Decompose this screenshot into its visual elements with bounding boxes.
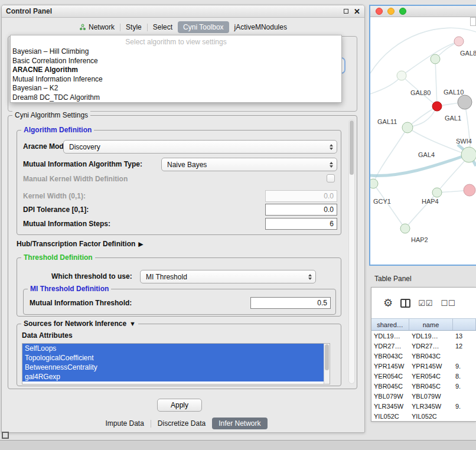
table-row[interactable]: YDL19…YDL19…13 <box>371 331 476 341</box>
tab-style[interactable]: Style <box>120 21 147 33</box>
network-graph: GAL8 GAL80 GAL10 GAL11 GAL1 SWI4 GAL4 GC… <box>370 17 476 266</box>
network-canvas[interactable]: GAL8 GAL80 GAL10 GAL11 GAL1 SWI4 GAL4 GC… <box>370 17 476 266</box>
sources-group: Sources for Network Inference▼ Data Attr… <box>17 324 341 386</box>
manual-kernel-checkbox[interactable] <box>327 174 335 182</box>
attribute-item-selected[interactable]: gal4RGexp <box>22 372 324 381</box>
bottom-tabs: Impute Data Discretize Data Infer Networ… <box>2 418 364 429</box>
attribute-list-scrollbar[interactable] <box>324 344 330 384</box>
kernel-width-input <box>265 190 337 202</box>
traffic-light-close-icon[interactable] <box>376 8 383 15</box>
network-node[interactable] <box>400 224 410 233</box>
settings-scrollbar-thumb[interactable] <box>350 120 354 175</box>
attribute-item-selected[interactable]: BetweennessCentrality <box>22 363 324 372</box>
tab-network[interactable]: Network <box>74 21 120 33</box>
dropdown-item-dream8[interactable]: Dream8 DC_TDC Algorithm <box>11 93 341 103</box>
tab-jactivemnodules[interactable]: jActiveMNodules <box>229 21 292 33</box>
aracne-mode-combo[interactable]: Discovery <box>63 140 337 154</box>
network-view-window: GAL8 GAL80 GAL10 GAL11 GAL1 SWI4 GAL4 GC… <box>369 5 476 266</box>
which-threshold-combo[interactable]: MI Threshold <box>140 270 316 283</box>
scrollbar-corner[interactable] <box>470 17 476 26</box>
mi-threshold-label: Mutual Information Threshold: <box>30 299 132 307</box>
tab-cyni-toolbox[interactable]: Cyni Toolbox <box>178 21 229 33</box>
dropdown-item-bayesian-k2[interactable]: Bayesian – K2 <box>11 84 341 93</box>
close-icon[interactable]: ✕ <box>354 8 360 15</box>
table-row[interactable]: YER054CYER054C8. <box>371 371 476 381</box>
node-label: HAP4 <box>422 198 439 205</box>
panel-dock-icon[interactable] <box>2 432 9 439</box>
table-row[interactable]: YIL052CYIL052C <box>371 411 476 421</box>
table-row[interactable]: YBL079WYBL079W <box>371 391 476 401</box>
network-node[interactable] <box>458 95 472 109</box>
column-header-extra[interactable] <box>453 319 476 330</box>
attribute-item-selected[interactable]: SelfLoops <box>22 344 324 353</box>
tab-label: jActiveMNodules <box>234 23 287 31</box>
tab-infer-network[interactable]: Infer Network <box>212 418 267 429</box>
network-node[interactable] <box>432 188 442 197</box>
table-row[interactable]: YLR345WYLR345W9. <box>371 401 476 411</box>
which-threshold-label: Which threshold to use: <box>51 272 132 281</box>
cyni-algorithm-settings-group: Cyni Algorithm Settings Algorithm Defini… <box>8 115 357 389</box>
network-node-red[interactable] <box>432 102 442 111</box>
network-node[interactable] <box>464 184 475 196</box>
network-node[interactable] <box>431 54 440 64</box>
network-node[interactable] <box>454 37 464 46</box>
tab-impute-data[interactable]: Impute Data <box>99 418 150 429</box>
unchecked-boxes-icon[interactable]: ☐☐ <box>441 299 455 308</box>
tab-label: Network <box>89 23 115 31</box>
collapse-caret-icon[interactable]: ▼ <box>129 320 136 327</box>
traffic-light-minimize-icon[interactable] <box>387 8 395 15</box>
sources-title-row[interactable]: Sources for Network Inference▼ <box>21 319 138 328</box>
algorithm-definition-group: Algorithm Definition Aracne Mode: Discov… <box>17 130 341 235</box>
columns-icon[interactable] <box>400 299 410 308</box>
node-label: SWI4 <box>456 138 472 145</box>
mi-algorithm-type-combo[interactable]: Naive Bayes <box>161 158 337 171</box>
mi-steps-input[interactable] <box>265 218 337 230</box>
dpi-tolerance-label: DPI Tolerance [0,1]: <box>23 206 89 214</box>
settings-scrollbar[interactable] <box>348 119 355 384</box>
table-row[interactable]: YPR145WYPR145W9. <box>371 361 476 371</box>
node-label: GAL80 <box>410 89 431 96</box>
network-node[interactable] <box>402 122 413 133</box>
tab-select[interactable]: Select <box>148 21 178 33</box>
tab-discretize-data[interactable]: Discretize Data <box>151 418 212 429</box>
manual-kernel-label: Manual Kernel Width Definition <box>23 175 128 183</box>
attribute-list: SelfLoops TopologicalCoefficient Between… <box>22 343 330 384</box>
combo-arrows-icon <box>308 270 312 283</box>
table-row[interactable]: YBR043CYBR043C <box>371 351 476 361</box>
dropdown-placeholder: Select algorithm to view settings <box>11 37 341 47</box>
table-row[interactable]: YDR27…YDR27…12 <box>371 341 476 351</box>
column-header-shared-name[interactable]: shared… <box>371 319 409 330</box>
expand-caret-icon[interactable]: ▶ <box>138 240 143 248</box>
network-window-titlebar[interactable] <box>370 6 476 17</box>
checked-boxes-icon[interactable]: ☑☑ <box>418 299 433 308</box>
dropdown-item-aracne[interactable]: ARACNE Algorithm <box>11 66 341 75</box>
mi-algorithm-type-value: Naive Bayes <box>167 161 207 169</box>
mi-threshold-definition-group: MI Threshold Definition Mutual Informati… <box>23 289 336 315</box>
gear-icon[interactable]: ⚙ <box>383 298 393 308</box>
network-node[interactable] <box>370 179 378 188</box>
traffic-light-zoom-icon[interactable] <box>399 8 406 15</box>
hub-tf-section-header[interactable]: Hub/Transcription Factor Definition ▶ <box>17 240 144 248</box>
dpi-tolerance-input[interactable] <box>265 204 337 216</box>
control-panel-titlebar[interactable]: Control Panel ✕ <box>2 5 364 18</box>
node-label: GAL11 <box>377 118 397 125</box>
bottom-status-bar <box>0 440 476 450</box>
mi-threshold-input[interactable] <box>250 297 331 309</box>
network-tab-icon <box>79 24 86 31</box>
apply-button[interactable]: Apply <box>157 399 202 412</box>
attribute-list-scrollbar-thumb[interactable] <box>325 344 329 370</box>
table-row[interactable]: YBR045CYBR045C9. <box>371 381 476 391</box>
dropdown-item-bayesian-hill-climbing[interactable]: Bayesian – Hill Climbing <box>11 47 341 57</box>
attribute-item-selected[interactable]: TopologicalCoefficient <box>22 353 324 363</box>
sources-title: Sources for Network Inference <box>24 319 126 328</box>
column-header-name[interactable]: name <box>409 319 453 330</box>
dropdown-item-mutual-information[interactable]: Mutual Information Inference <box>11 75 341 84</box>
network-node[interactable] <box>397 71 406 80</box>
algorithm-dropdown-popup: Select algorithm to view settings Bayesi… <box>10 35 342 103</box>
node-label: GAL8 <box>460 50 476 57</box>
mi-steps-label: Mutual Information Steps: <box>23 220 110 228</box>
table-header: shared… name <box>371 318 476 331</box>
float-window-icon[interactable] <box>344 9 348 14</box>
dropdown-item-basic-correlation[interactable]: Basic Correlation Inference <box>11 57 341 66</box>
network-node[interactable] <box>461 147 476 162</box>
